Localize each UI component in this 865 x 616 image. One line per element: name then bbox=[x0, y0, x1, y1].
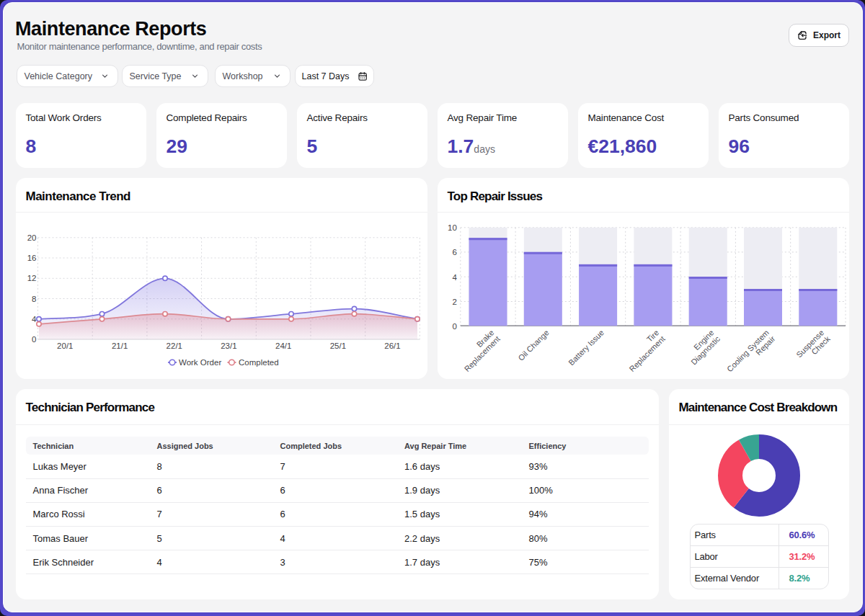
svg-text:12: 12 bbox=[27, 274, 36, 282]
svg-text:Completed: Completed bbox=[239, 358, 279, 367]
svg-text:BrakeReplacement: BrakeReplacement bbox=[456, 328, 502, 373]
svg-text:Oil Change: Oil Change bbox=[516, 328, 550, 362]
svg-text:4: 4 bbox=[452, 273, 457, 282]
svg-text:Work Order: Work Order bbox=[179, 358, 221, 367]
svg-text:10: 10 bbox=[448, 223, 457, 232]
svg-text:2: 2 bbox=[452, 298, 456, 306]
svg-text:8: 8 bbox=[32, 295, 36, 303]
svg-text:6: 6 bbox=[452, 248, 456, 256]
svg-text:0: 0 bbox=[32, 335, 36, 344]
svg-text:22/1: 22/1 bbox=[166, 342, 182, 350]
svg-text:TireReplacement: TireReplacement bbox=[621, 328, 666, 373]
svg-text:20/1: 20/1 bbox=[57, 342, 73, 350]
svg-text:0: 0 bbox=[452, 322, 456, 331]
svg-text:24/1: 24/1 bbox=[275, 342, 291, 350]
svg-text:21/1: 21/1 bbox=[111, 342, 127, 350]
svg-text:16: 16 bbox=[27, 254, 36, 262]
svg-text:25/1: 25/1 bbox=[329, 342, 345, 350]
svg-text:23/1: 23/1 bbox=[221, 342, 236, 350]
svg-text:26/1: 26/1 bbox=[384, 342, 400, 350]
svg-text:Cooling SystemRepair: Cooling SystemRepair bbox=[724, 328, 776, 379]
svg-text:Battery Issue: Battery Issue bbox=[567, 328, 606, 367]
svg-text:SuspenseCheck: SuspenseCheck bbox=[794, 328, 832, 365]
svg-text:20: 20 bbox=[27, 233, 36, 242]
svg-text:EngineDiagnostic: EngineDiagnostic bbox=[683, 328, 722, 367]
